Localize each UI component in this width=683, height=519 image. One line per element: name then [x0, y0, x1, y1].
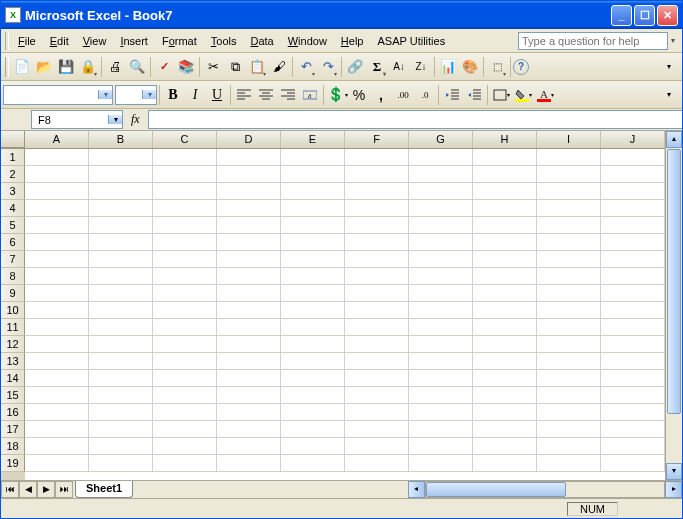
- close-button[interactable]: ✕: [657, 5, 678, 26]
- cell[interactable]: [25, 387, 89, 404]
- cell[interactable]: [409, 438, 473, 455]
- cell[interactable]: [281, 234, 345, 251]
- cell[interactable]: [473, 353, 537, 370]
- cell[interactable]: [601, 387, 665, 404]
- name-box[interactable]: F8 ▾: [31, 110, 123, 129]
- cell[interactable]: [473, 387, 537, 404]
- tab-last-button[interactable]: ⏭: [55, 481, 73, 498]
- row-header[interactable]: 13: [1, 353, 25, 370]
- cell[interactable]: [473, 183, 537, 200]
- row-header[interactable]: 14: [1, 370, 25, 387]
- cell[interactable]: [473, 166, 537, 183]
- cell[interactable]: [89, 353, 153, 370]
- cell[interactable]: [217, 234, 281, 251]
- underline-button[interactable]: U: [206, 84, 228, 106]
- cell[interactable]: [153, 285, 217, 302]
- cell[interactable]: [89, 370, 153, 387]
- chart-wizard-icon[interactable]: 📊: [437, 56, 459, 78]
- cell[interactable]: [473, 421, 537, 438]
- cell[interactable]: [217, 336, 281, 353]
- select-all-corner[interactable]: [1, 131, 25, 148]
- cell[interactable]: [281, 421, 345, 438]
- menu-edit[interactable]: Edit: [43, 32, 76, 50]
- cell[interactable]: [89, 251, 153, 268]
- cell[interactable]: [601, 370, 665, 387]
- cell[interactable]: [281, 217, 345, 234]
- fx-icon[interactable]: fx: [131, 112, 140, 127]
- row-header[interactable]: 10: [1, 302, 25, 319]
- permission-icon[interactable]: 🔒▾: [77, 56, 99, 78]
- cell[interactable]: [281, 404, 345, 421]
- cell[interactable]: [153, 438, 217, 455]
- cell[interactable]: [473, 149, 537, 166]
- cell[interactable]: [89, 455, 153, 472]
- format-painter-icon[interactable]: 🖌: [268, 56, 290, 78]
- cell[interactable]: [409, 183, 473, 200]
- cell[interactable]: [153, 319, 217, 336]
- cell[interactable]: [89, 166, 153, 183]
- cell[interactable]: [537, 166, 601, 183]
- comma-icon[interactable]: ,: [370, 84, 392, 106]
- cut-icon[interactable]: ✂: [202, 56, 224, 78]
- cell[interactable]: [409, 166, 473, 183]
- align-center-icon[interactable]: [255, 84, 277, 106]
- cell[interactable]: [25, 302, 89, 319]
- currency-icon[interactable]: 💲▾: [326, 84, 348, 106]
- menu-data[interactable]: Data: [243, 32, 280, 50]
- cell[interactable]: [345, 319, 409, 336]
- cell[interactable]: [537, 455, 601, 472]
- cell[interactable]: [25, 166, 89, 183]
- cell[interactable]: [601, 200, 665, 217]
- toolbar-options-icon[interactable]: ▾: [658, 56, 680, 78]
- cell[interactable]: [217, 421, 281, 438]
- sort-asc-icon[interactable]: A↓: [388, 56, 410, 78]
- cell[interactable]: [345, 166, 409, 183]
- cell[interactable]: [281, 319, 345, 336]
- increase-decimal-icon[interactable]: .00: [392, 84, 414, 106]
- cell[interactable]: [217, 268, 281, 285]
- cell[interactable]: [281, 183, 345, 200]
- row-header[interactable]: 2: [1, 166, 25, 183]
- research-icon[interactable]: 📚: [175, 56, 197, 78]
- cell[interactable]: [153, 166, 217, 183]
- cell[interactable]: [153, 251, 217, 268]
- cell[interactable]: [89, 421, 153, 438]
- cell[interactable]: [473, 336, 537, 353]
- cell[interactable]: [217, 166, 281, 183]
- help-icon[interactable]: ?: [513, 59, 529, 75]
- row-header[interactable]: 7: [1, 251, 25, 268]
- menu-window[interactable]: Window: [281, 32, 334, 50]
- cell[interactable]: [345, 438, 409, 455]
- cell[interactable]: [601, 234, 665, 251]
- row-header[interactable]: 5: [1, 217, 25, 234]
- fill-color-icon[interactable]: ▾: [512, 84, 534, 106]
- cell[interactable]: [217, 200, 281, 217]
- cell[interactable]: [89, 387, 153, 404]
- cell[interactable]: [409, 217, 473, 234]
- cell[interactable]: [281, 387, 345, 404]
- cell[interactable]: [409, 455, 473, 472]
- cell[interactable]: [217, 404, 281, 421]
- scroll-down-button[interactable]: ▾: [666, 463, 682, 480]
- cell[interactable]: [409, 404, 473, 421]
- increase-indent-icon[interactable]: [463, 84, 485, 106]
- cell[interactable]: [537, 183, 601, 200]
- cell[interactable]: [217, 438, 281, 455]
- cell[interactable]: [217, 217, 281, 234]
- scroll-right-button[interactable]: ▸: [665, 481, 682, 498]
- cell[interactable]: [409, 353, 473, 370]
- font-size-combo[interactable]: ▾: [115, 85, 157, 105]
- cell[interactable]: [601, 302, 665, 319]
- decrease-decimal-icon[interactable]: .0: [414, 84, 436, 106]
- row-header[interactable]: 4: [1, 200, 25, 217]
- cell[interactable]: [537, 319, 601, 336]
- cell[interactable]: [473, 285, 537, 302]
- menu-file[interactable]: File: [11, 32, 43, 50]
- cell[interactable]: [409, 302, 473, 319]
- cell[interactable]: [281, 166, 345, 183]
- row-header[interactable]: 9: [1, 285, 25, 302]
- cell[interactable]: [89, 285, 153, 302]
- cell[interactable]: [281, 438, 345, 455]
- cell[interactable]: [25, 200, 89, 217]
- sheet-tab[interactable]: Sheet1: [75, 481, 133, 498]
